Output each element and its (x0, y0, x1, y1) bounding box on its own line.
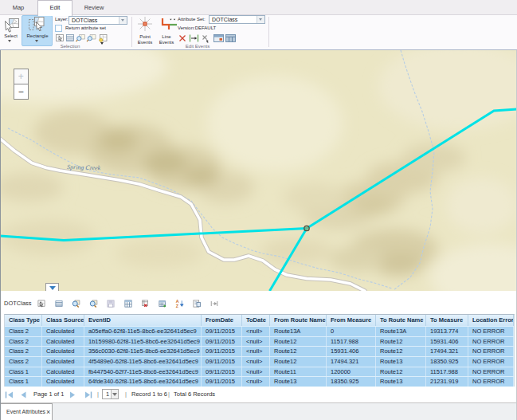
svg-text:Spring Creek: Spring Creek (67, 163, 101, 171)
svg-text:Z: Z (175, 303, 178, 308)
